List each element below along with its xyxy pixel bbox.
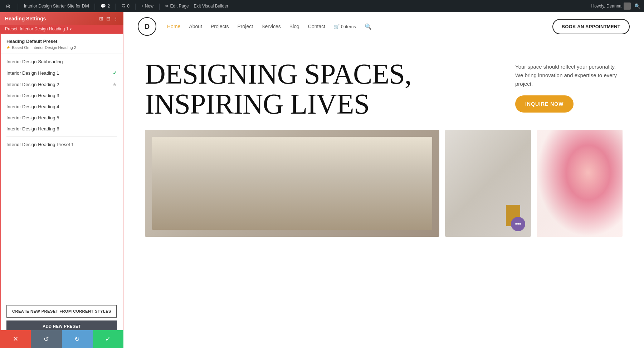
dots-menu-button[interactable]: ••• <box>511 217 525 231</box>
gallery-image-3 <box>537 130 623 237</box>
comments-count[interactable]: 🗨 0 <box>122 4 130 9</box>
bottom-toolbar: ✕ ↺ ↻ ✓ <box>0 330 123 348</box>
list-item[interactable]: Interior Design Heading 6 <box>1 123 123 134</box>
new-item-link[interactable]: + New <box>141 4 153 9</box>
hero-left: DESIGNING SPACES, INSPIRING LIVES <box>145 59 501 119</box>
nav-link-project[interactable]: Project <box>238 24 253 29</box>
divider <box>6 136 117 137</box>
save-button[interactable]: ✓ <box>93 330 123 348</box>
star-indicator-icon: ★ <box>112 81 117 87</box>
gallery-image-1 <box>145 130 439 237</box>
inquire-button[interactable]: INQUIRE NOW <box>515 95 574 113</box>
admin-search-icon[interactable]: 🔍 <box>634 3 640 9</box>
preset-label[interactable]: Preset: Interior Design Heading 1 <box>5 26 68 31</box>
left-panel: Heading Settings ⊞ ⊟ ⋮ Preset: Interior … <box>0 12 123 348</box>
nav-link-contact[interactable]: Contact <box>308 24 325 29</box>
main-layout: Heading Settings ⊞ ⊟ ⋮ Preset: Interior … <box>0 12 644 348</box>
book-appointment-button[interactable]: BOOK AN APPOINTMENT <box>552 19 630 34</box>
nav-link-blog[interactable]: Blog <box>289 24 299 29</box>
nav-link-about[interactable]: About <box>189 24 202 29</box>
site-nav-links: Home About Projects Project Services Blo… <box>167 23 542 30</box>
save-icon: ✓ <box>105 335 111 343</box>
panel-header-icons: ⊞ ⊟ ⋮ <box>99 16 118 21</box>
list-item[interactable]: Interior Design Subheading <box>1 56 123 67</box>
panel-subtitle: Preset: Interior Design Heading 1 ▾ <box>0 25 123 34</box>
nav-cart[interactable]: 🛒 0 items <box>334 24 356 29</box>
edit-page-link[interactable]: ✏ Edit Page <box>165 4 189 9</box>
preset-panel: Heading Default Preset ★ Based On: Inter… <box>0 34 123 348</box>
panel-search-icon[interactable]: ⊞ <box>99 16 103 21</box>
comments-link[interactable]: 💬 2 <box>101 4 110 9</box>
nav-link-services[interactable]: Services <box>262 24 281 29</box>
list-item[interactable]: Interior Design Heading 4 <box>1 101 123 112</box>
nav-link-projects[interactable]: Projects <box>211 24 229 29</box>
star-icon: ★ <box>6 45 10 50</box>
list-item[interactable]: Interior Design Heading 3 <box>1 90 123 101</box>
list-item[interactable]: Interior Design Heading Preset 1 <box>1 139 123 150</box>
avatar <box>624 3 631 10</box>
howdy-label: Howdy, Deanna <box>591 3 631 10</box>
panel-title: Heading Settings <box>5 16 46 21</box>
create-preset-button[interactable]: CREATE NEW PRESET FROM CURRENT STYLES <box>6 305 117 318</box>
website-content: D Home About Projects Project Services B… <box>123 12 644 348</box>
list-item[interactable]: Interior Design Heading 1 ✓ <box>1 67 123 79</box>
cart-icon: 🛒 <box>334 24 340 29</box>
undo-button[interactable]: ↺ <box>31 330 62 348</box>
check-icon: ✓ <box>113 70 117 76</box>
exit-builder-link[interactable]: Exit Visual Builder <box>194 4 229 9</box>
list-item[interactable]: Interior Design Heading 2 ★ <box>1 79 123 90</box>
default-preset-title: Heading Default Preset <box>6 39 117 44</box>
wp-logo[interactable]: ⊕ <box>4 2 12 10</box>
redo-button[interactable]: ↻ <box>62 330 93 348</box>
panel-more-icon[interactable]: ⋮ <box>113 16 118 21</box>
nav-search-icon[interactable]: 🔍 <box>365 23 372 30</box>
gallery-image-2: ••• <box>445 130 531 237</box>
wordpress-icon: ⊕ <box>6 3 10 10</box>
site-logo[interactable]: D <box>138 17 156 36</box>
nav-link-home[interactable]: Home <box>167 24 180 29</box>
cancel-icon: ✕ <box>13 335 18 343</box>
admin-bar: ⊕ | Interior Design Starter Site for Div… <box>0 0 644 12</box>
based-on-label: ★ Based On: Interior Design Heading 2 <box>6 45 117 50</box>
redo-icon: ↻ <box>74 335 80 343</box>
list-item[interactable]: Interior Design Heading 5 <box>1 112 123 123</box>
admin-bar-right: Howdy, Deanna 🔍 <box>591 3 641 10</box>
cancel-button[interactable]: ✕ <box>0 330 31 348</box>
panel-grid-icon[interactable]: ⊟ <box>106 16 111 21</box>
gallery-section: ••• <box>123 130 644 248</box>
hero-heading: DESIGNING SPACES, INSPIRING LIVES <box>145 59 501 119</box>
panel-header: Heading Settings ⊞ ⊟ ⋮ <box>0 12 123 25</box>
hero-right: Your space should reflect your personali… <box>515 59 623 113</box>
hero-section: DESIGNING SPACES, INSPIRING LIVES Your s… <box>123 41 644 130</box>
site-nav: D Home About Projects Project Services B… <box>123 12 644 41</box>
undo-icon: ↺ <box>44 335 49 343</box>
preset-default-section: Heading Default Preset ★ Based On: Inter… <box>1 34 123 54</box>
site-name-link[interactable]: Interior Design Starter Site for Divi <box>24 4 89 9</box>
dropdown-arrow-icon[interactable]: ▾ <box>70 27 72 31</box>
hero-subtext: Your space should reflect your personali… <box>515 63 623 88</box>
preset-list: Interior Design Subheading Interior Desi… <box>1 54 123 301</box>
